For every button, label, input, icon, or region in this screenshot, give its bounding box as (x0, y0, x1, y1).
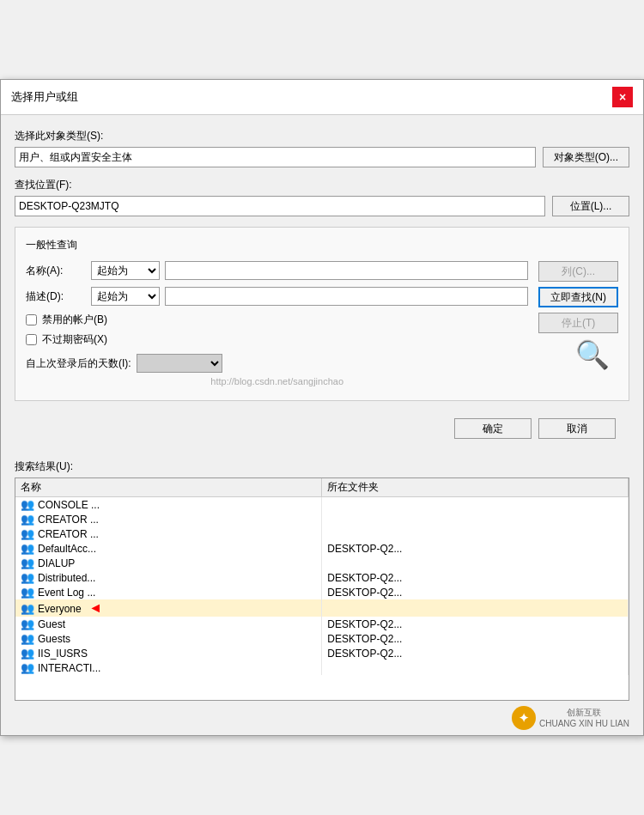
row-name-cell: 👥Event Log ... (15, 585, 322, 599)
row-icon: 👥 (21, 602, 34, 615)
title-bar: 选择用户或组 × (1, 80, 643, 115)
table-row[interactable]: 👥DIALUP (15, 556, 629, 570)
results-tbody: 👥CONSOLE ...👥CREATOR ...👥CREATOR ...👥Def… (15, 497, 629, 676)
dialog-body: 选择此对象类型(S): 对象类型(O)... 查找位置(F): 位置(L)...… (1, 115, 643, 459)
row-folder-cell (322, 512, 629, 526)
row-folder-cell: DESKTOP-Q2... (322, 646, 629, 660)
table-row[interactable]: 👥Distributed...DESKTOP-Q2... (15, 570, 629, 585)
name-row: 名称(A): 起始为 (26, 261, 528, 280)
row-icon: 👥 (21, 586, 34, 599)
row-folder-cell: DESKTOP-Q2... (322, 585, 629, 599)
table-row[interactable]: 👥CONSOLE ... (15, 497, 629, 513)
row-icon: 👥 (21, 661, 34, 674)
general-query-section: 一般性查询 名称(A): 起始为 描述(D): 起 (15, 227, 629, 401)
days-row: 自上次登录后的天数(I): (26, 354, 528, 373)
desc-condition-select[interactable]: 起始为 (91, 287, 160, 306)
location-label: 查找位置(F): (15, 178, 629, 192)
row-name-cell: 👥INTERACTI... (15, 660, 322, 675)
search-icon-area: 🔍 (538, 338, 618, 371)
name-label: 名称(A): (26, 264, 86, 278)
brand-line1: 创新互联 (539, 707, 629, 718)
disabled-accounts-row: 禁用的帐户(B) (26, 313, 528, 327)
columns-button[interactable]: 列(C)... (538, 261, 618, 282)
section-layout: 名称(A): 起始为 描述(D): 起始为 (26, 261, 618, 390)
row-name-cell: 👥CREATOR ... (15, 526, 322, 541)
section-title: 一般性查询 (26, 238, 618, 252)
results-section: 搜索结果(U): 名称 所在文件夹 👥CONSOLE ...👥CREATOR .… (1, 459, 643, 701)
row-folder-cell (322, 497, 629, 513)
row-name-cell: 👥CREATOR ... (15, 512, 322, 526)
location-row: 位置(L)... (15, 196, 629, 216)
object-type-input[interactable] (15, 147, 536, 167)
row-icon: 👥 (21, 632, 34, 645)
row-name-cell: 👥IIS_IUSRS (15, 646, 322, 660)
row-name-cell: 👥Distributed... (15, 570, 322, 585)
search-now-button[interactable]: 立即查找(N) (538, 287, 618, 307)
col-name-header: 名称 (15, 478, 322, 497)
close-button[interactable]: × (612, 87, 633, 107)
row-icon: 👥 (21, 542, 34, 555)
bottom-brand: ✦ 创新互联 CHUANG XIN HU LIAN (1, 701, 643, 735)
desc-label: 描述(D): (26, 289, 86, 304)
object-type-row: 对象类型(O)... (15, 147, 629, 167)
desc-value-input[interactable] (165, 287, 528, 306)
table-row[interactable]: 👥INTERACTI... (15, 660, 629, 675)
row-icon: 👥 (21, 498, 34, 511)
disabled-accounts-label: 禁用的帐户(B) (42, 313, 107, 327)
location-group: 查找位置(F): 位置(L)... (15, 178, 629, 216)
results-table-container[interactable]: 名称 所在文件夹 👥CONSOLE ...👥CREATOR ...👥CREATO… (15, 477, 629, 701)
row-name-cell: 👥DefaultAcc... (15, 541, 322, 556)
table-row[interactable]: 👥DefaultAcc...DESKTOP-Q2... (15, 541, 629, 556)
table-row[interactable]: 👥CREATOR ... (15, 512, 629, 526)
row-folder-cell (322, 556, 629, 570)
row-folder-cell (322, 660, 629, 675)
col-folder-header: 所在文件夹 (322, 478, 629, 497)
object-type-group: 选择此对象类型(S): 对象类型(O)... (15, 129, 629, 167)
no-expire-row: 不过期密码(X) (26, 332, 528, 347)
ok-button[interactable]: 确定 (454, 418, 532, 439)
dialog-footer: 确定 取消 (15, 411, 629, 446)
row-folder-cell: DESKTOP-Q2... (322, 541, 629, 556)
disabled-accounts-checkbox[interactable] (26, 314, 37, 325)
row-name-cell: 👥Guest (15, 617, 322, 631)
days-select[interactable] (137, 354, 222, 373)
location-input[interactable] (15, 196, 545, 216)
no-expire-checkbox[interactable] (26, 334, 37, 345)
arrow-indicator: ◄ (85, 600, 102, 615)
object-type-button[interactable]: 对象类型(O)... (543, 147, 629, 167)
location-button[interactable]: 位置(L)... (552, 196, 629, 216)
search-icon: 🔍 (575, 338, 610, 371)
table-row[interactable]: 👥IIS_IUSRSDESKTOP-Q2... (15, 646, 629, 660)
table-row[interactable]: 👥GuestDESKTOP-Q2... (15, 617, 629, 631)
row-name-cell: 👥Guests (15, 631, 322, 646)
results-table: 名称 所在文件夹 👥CONSOLE ...👥CREATOR ...👥CREATO… (15, 478, 629, 675)
row-name-cell: 👥DIALUP (15, 556, 322, 570)
days-label: 自上次登录后的天数(I): (26, 356, 131, 371)
row-folder-cell (322, 526, 629, 541)
object-type-label: 选择此对象类型(S): (15, 129, 629, 143)
results-table-header: 名称 所在文件夹 (15, 478, 629, 497)
name-value-input[interactable] (165, 261, 528, 280)
row-icon: 👥 (21, 513, 34, 526)
desc-row: 描述(D): 起始为 (26, 287, 528, 306)
table-row[interactable]: 👥Everyone ◄ (15, 599, 629, 617)
row-icon: 👥 (21, 527, 34, 540)
no-expire-label: 不过期密码(X) (42, 332, 107, 347)
cancel-button[interactable]: 取消 (538, 418, 616, 439)
right-buttons: 列(C)... 立即查找(N) 停止(T) 🔍 (538, 261, 618, 390)
select-user-dialog: 选择用户或组 × 选择此对象类型(S): 对象类型(O)... 查找位置(F):… (0, 79, 644, 736)
dialog-title: 选择用户或组 (11, 89, 78, 105)
row-folder-cell (322, 599, 629, 617)
name-condition-select[interactable]: 起始为 (91, 261, 160, 280)
row-name-cell: 👥CONSOLE ... (15, 497, 322, 513)
table-row[interactable]: 👥GuestsDESKTOP-Q2... (15, 631, 629, 646)
row-name-cell: 👥Everyone ◄ (15, 599, 322, 617)
row-icon: 👥 (21, 617, 34, 630)
table-row[interactable]: 👥CREATOR ... (15, 526, 629, 541)
row-icon: 👥 (21, 571, 34, 584)
row-icon: 👥 (21, 647, 34, 660)
brand-text: 创新互联 CHUANG XIN HU LIAN (539, 707, 629, 729)
brand-logo: ✦ (512, 706, 536, 730)
stop-button[interactable]: 停止(T) (538, 313, 618, 333)
table-row[interactable]: 👥Event Log ...DESKTOP-Q2... (15, 585, 629, 599)
